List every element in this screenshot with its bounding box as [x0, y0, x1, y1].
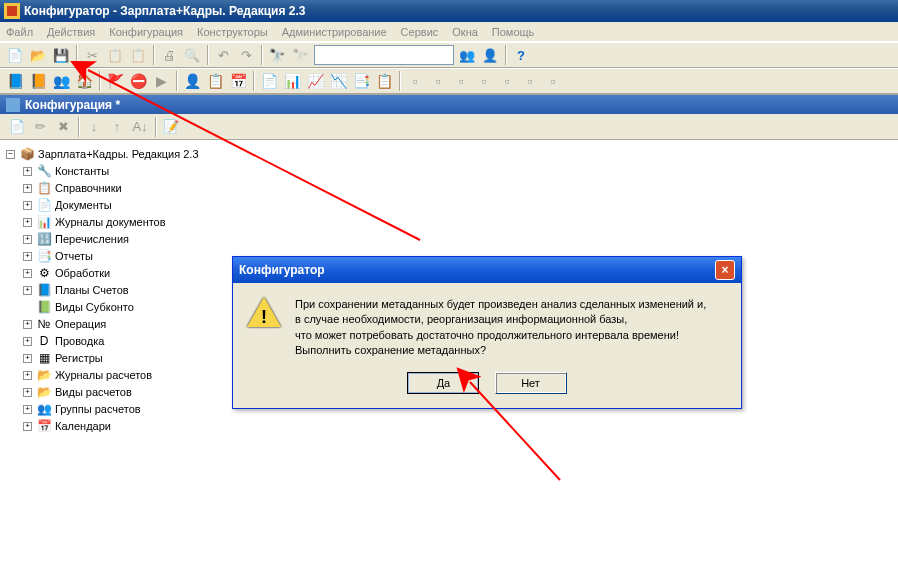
tool-18[interactable]: ▫	[427, 70, 449, 92]
menu-actions[interactable]: Действия	[47, 26, 95, 38]
expand-icon[interactable]: +	[23, 388, 32, 397]
redo-button[interactable]: ↷	[235, 44, 257, 66]
menu-admin[interactable]: Администрирование	[282, 26, 387, 38]
expand-icon[interactable]: +	[23, 286, 32, 295]
subtool-desc[interactable]: 📝	[160, 116, 182, 138]
tool-20[interactable]: ▫	[473, 70, 495, 92]
subtool-up[interactable]: ↑	[106, 116, 128, 138]
tool-11[interactable]: 📄	[258, 70, 280, 92]
tree-root-node[interactable]: − 📦 Зарплата+Кадры. Редакция 2.3	[6, 146, 892, 162]
app-title: Конфигуратор - Зарплата+Кадры. Редакция …	[24, 4, 894, 18]
tree-item[interactable]: +🔧Константы	[23, 163, 892, 179]
tool-3[interactable]: 👥	[50, 70, 72, 92]
subwindow-titlebar: Конфигурация *	[0, 94, 898, 114]
tool-12[interactable]: 📊	[281, 70, 303, 92]
tool-23[interactable]: ▫	[542, 70, 564, 92]
preview-button[interactable]: 🔍	[181, 44, 203, 66]
cut-button[interactable]: ✂	[81, 44, 103, 66]
expand-icon[interactable]: +	[23, 167, 32, 176]
toolbar-secondary: 📘 📙 👥 🏠 🚩 ⛔ ▶ 👤 📋 📅 📄 📊 📈 📉 📑 📋 ▫ ▫ ▫ ▫ …	[0, 68, 898, 94]
separator	[153, 45, 155, 65]
node-label: Справочники	[55, 182, 122, 194]
print-button[interactable]: 🖨	[158, 44, 180, 66]
expand-icon[interactable]: +	[23, 337, 32, 346]
expand-icon[interactable]: +	[23, 354, 32, 363]
menu-constructors[interactable]: Конструкторы	[197, 26, 268, 38]
node-icon: 🔢	[36, 232, 52, 246]
expand-icon[interactable]: +	[23, 371, 32, 380]
tree-item[interactable]: +📄Документы	[23, 197, 892, 213]
expand-icon[interactable]: +	[23, 320, 32, 329]
save-dialog: Конфигуратор × ! При сохранении метаданн…	[232, 256, 742, 409]
help-button[interactable]: ?	[510, 44, 532, 66]
find-button[interactable]: 🔭	[266, 44, 288, 66]
expand-icon[interactable]: +	[23, 252, 32, 261]
tool-8[interactable]: 👤	[181, 70, 203, 92]
tool-16[interactable]: 📋	[373, 70, 395, 92]
subtool-sort[interactable]: A↓	[129, 116, 151, 138]
save-button[interactable]: 💾	[50, 44, 72, 66]
user-button[interactable]: 👤	[479, 44, 501, 66]
collapse-icon[interactable]: −	[6, 150, 15, 159]
tool-19[interactable]: ▫	[450, 70, 472, 92]
no-button[interactable]: Нет	[495, 372, 567, 394]
expand-icon[interactable]: +	[23, 405, 32, 414]
tool-17[interactable]: ▫	[404, 70, 426, 92]
undo-button[interactable]: ↶	[212, 44, 234, 66]
users-button[interactable]: 👥	[456, 44, 478, 66]
separator	[155, 117, 157, 137]
node-label: Документы	[55, 199, 112, 211]
subtool-3[interactable]: ✖	[52, 116, 74, 138]
tree-item[interactable]: +🔢Перечисления	[23, 231, 892, 247]
dialog-close-button[interactable]: ×	[715, 260, 735, 280]
subtool-2[interactable]: ✏	[29, 116, 51, 138]
menu-help[interactable]: Помощь	[492, 26, 535, 38]
tool-10[interactable]: 📅	[227, 70, 249, 92]
expand-icon[interactable]: +	[23, 184, 32, 193]
dialog-titlebar[interactable]: Конфигуратор ×	[233, 257, 741, 283]
tool-4[interactable]: 🏠	[73, 70, 95, 92]
tree-item[interactable]: +📅Календари	[23, 418, 892, 434]
tool-14[interactable]: 📉	[327, 70, 349, 92]
tree-item[interactable]: +📋Справочники	[23, 180, 892, 196]
tool-9[interactable]: 📋	[204, 70, 226, 92]
expand-icon[interactable]: +	[23, 269, 32, 278]
expand-icon[interactable]: +	[23, 422, 32, 431]
open-button[interactable]: 📂	[27, 44, 49, 66]
node-label: Календари	[55, 420, 111, 432]
separator	[99, 71, 101, 91]
tool-15[interactable]: 📑	[350, 70, 372, 92]
node-label: Виды расчетов	[55, 386, 132, 398]
expand-icon[interactable]: +	[23, 218, 32, 227]
tool-2[interactable]: 📙	[27, 70, 49, 92]
copy-button[interactable]: 📋	[104, 44, 126, 66]
yes-button[interactable]: Да	[407, 372, 479, 394]
tree-root-label: Зарплата+Кадры. Редакция 2.3	[38, 148, 199, 160]
menu-service[interactable]: Сервис	[401, 26, 439, 38]
search-combo[interactable]	[314, 45, 454, 65]
tool-13[interactable]: 📈	[304, 70, 326, 92]
new-button[interactable]: 📄	[4, 44, 26, 66]
menu-configuration[interactable]: Конфигурация	[109, 26, 183, 38]
paste-button[interactable]: 📋	[127, 44, 149, 66]
tree-item[interactable]: +📊Журналы документов	[23, 214, 892, 230]
menu-windows[interactable]: Окна	[452, 26, 478, 38]
subtool-1[interactable]: 📄	[6, 116, 28, 138]
app-titlebar: Конфигуратор - Зарплата+Кадры. Редакция …	[0, 0, 898, 22]
tool-7[interactable]: ▶	[150, 70, 172, 92]
node-label: Журналы документов	[55, 216, 166, 228]
subwindow-icon	[6, 98, 20, 112]
expand-icon[interactable]: +	[23, 235, 32, 244]
menu-file[interactable]: Файл	[6, 26, 33, 38]
tool-22[interactable]: ▫	[519, 70, 541, 92]
subtool-down[interactable]: ↓	[83, 116, 105, 138]
separator	[253, 71, 255, 91]
tool-5[interactable]: 🚩	[104, 70, 126, 92]
tool-1[interactable]: 📘	[4, 70, 26, 92]
find-next-button[interactable]: 🔭	[289, 44, 311, 66]
expand-icon[interactable]: +	[23, 201, 32, 210]
tool-21[interactable]: ▫	[496, 70, 518, 92]
dialog-message: При сохранении метаданных будет произвед…	[295, 297, 706, 358]
tool-6[interactable]: ⛔	[127, 70, 149, 92]
separator	[78, 117, 80, 137]
